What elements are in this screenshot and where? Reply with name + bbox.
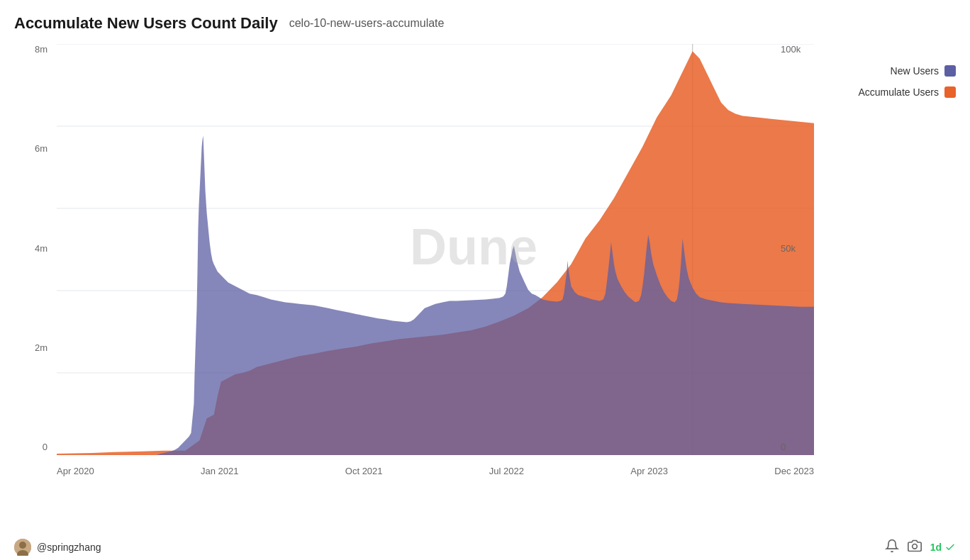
y-axis-label-0: 0 (43, 442, 48, 452)
right-y-100k: 100k (781, 44, 801, 55)
bell-icon[interactable] (885, 539, 899, 556)
footer-left: @springzhang (14, 539, 101, 556)
left-y-axis: 8m 6m 4m 2m 0 (14, 44, 53, 455)
chart-header: Accumulate New Users Count Daily celo-10… (14, 14, 956, 33)
avatar (14, 539, 31, 556)
chart-area: 8m 6m 4m 2m 0 (14, 44, 956, 498)
legend-item-accumulate-users: Accumulate Users (821, 86, 956, 98)
y-axis-label-2m: 2m (35, 342, 48, 353)
y-axis-label-4m: 4m (35, 243, 48, 254)
legend-dot-accumulate-users (944, 86, 956, 98)
x-label-jan2021: Jan 2021 (201, 466, 239, 476)
footer-right: 1d (885, 539, 956, 556)
footer-username: @springzhang (37, 542, 101, 553)
right-y-axis: 100k 50k 0 (775, 44, 818, 455)
y-axis-label-6m: 6m (35, 143, 48, 154)
x-label-jul2022: Jul 2022 (489, 466, 524, 476)
chart-container: Accumulate New Users Count Daily celo-10… (0, 0, 970, 560)
x-label-oct2021: Oct 2021 (345, 466, 383, 476)
chart-inner: Dune (57, 44, 814, 455)
x-label-apr2023: Apr 2023 (630, 466, 668, 476)
legend-dot-new-users (944, 65, 956, 77)
chart-svg (57, 44, 814, 455)
svg-point-10 (912, 544, 917, 549)
right-y-50k: 50k (781, 243, 796, 254)
legend: New Users Accumulate Users (821, 65, 956, 98)
time-badge[interactable]: 1d (930, 542, 956, 553)
chart-subtitle: celo-10-new-users-accumulate (289, 17, 445, 30)
legend-label-new-users: New Users (891, 65, 939, 77)
footer: @springzhang 1d (14, 534, 956, 560)
chart-title: Accumulate New Users Count Daily (14, 14, 278, 33)
legend-label-accumulate-users: Accumulate Users (858, 86, 939, 98)
x-label-apr2020: Apr 2020 (57, 466, 94, 476)
camera-icon[interactable] (908, 539, 922, 556)
time-badge-label: 1d (930, 542, 942, 553)
right-y-0: 0 (781, 442, 786, 452)
legend-item-new-users: New Users (821, 65, 956, 77)
x-label-dec2023: Dec 2023 (774, 466, 814, 476)
x-axis: Apr 2020 Jan 2021 Oct 2021 Jul 2022 Apr … (57, 466, 814, 476)
y-axis-label-8m: 8m (35, 44, 48, 55)
svg-point-8 (19, 542, 26, 549)
